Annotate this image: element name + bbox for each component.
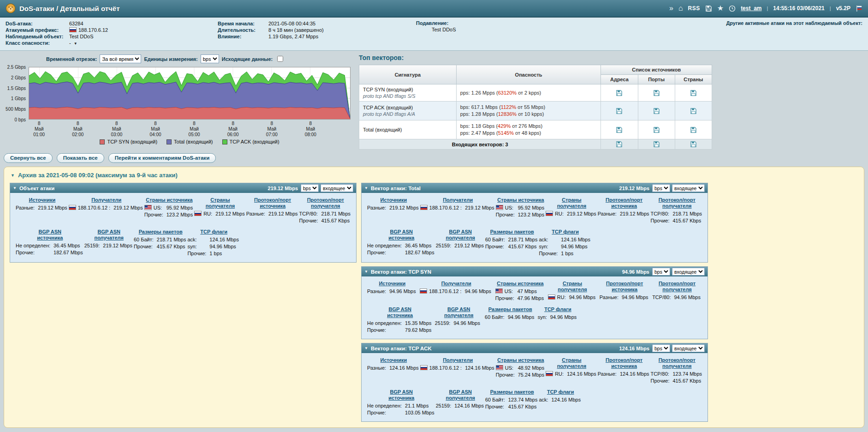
panel-header[interactable]: ▼ Вектор атаки: TCP ACK 124.16 Mbps bps …: [362, 343, 707, 353]
stat-title-link[interactable]: TCP флаги: [547, 389, 574, 395]
collapse-icon[interactable]: ▼: [364, 270, 368, 274]
stat-title-link[interactable]: Источники: [379, 281, 405, 286]
stat-title-link[interactable]: Размеры пакетов: [488, 306, 532, 312]
stat-title-link[interactable]: BGP ASN источника: [388, 229, 414, 240]
stat-title-link[interactable]: BGP ASN источника: [388, 389, 414, 401]
stat-title-link[interactable]: Протокол/порт источника: [606, 197, 642, 209]
save-countries-icon[interactable]: [690, 108, 697, 114]
home-icon[interactable]: ⌂: [678, 5, 683, 12]
stat-title-link[interactable]: Протокол/порт получателя: [659, 357, 696, 369]
stat-label: 60 Байт:: [485, 314, 505, 320]
stat-group: TCP флаги ack: 124.16 Mbps syn: 94.96 Mb…: [187, 229, 240, 257]
stat-label: Прочие:: [651, 218, 670, 223]
stat-title-link[interactable]: Страны источника: [146, 197, 192, 203]
stat-title-link[interactable]: TCP флаги: [552, 229, 579, 234]
vector-filter: proto tcp AND tflags S/S: [363, 93, 452, 99]
stat-title-link[interactable]: TCP флаги: [544, 306, 571, 312]
save-countries-icon[interactable]: [690, 141, 697, 148]
rss-link[interactable]: RSS: [688, 5, 700, 12]
double-chevron-icon[interactable]: »: [669, 5, 673, 12]
stat-title-link[interactable]: Размеры пакетов: [490, 229, 534, 234]
stat-title-link[interactable]: Протокол/порт получателя: [659, 197, 696, 209]
panel-units-select[interactable]: bps: [652, 344, 670, 352]
collapse-icon[interactable]: ▼: [13, 186, 17, 190]
units-select[interactable]: bps: [201, 54, 219, 63]
panel-direction-select[interactable]: входящее: [672, 344, 705, 352]
stat-value-row: 25159: 124.16 Mbps: [436, 402, 485, 409]
stat-value-row: Прочие: 47.96 Mbps: [495, 295, 545, 302]
stat-group: TCP флаги ack: 124.16 Mbps syn: 94.96 Mb…: [539, 229, 592, 257]
collapse-icon[interactable]: ▼: [364, 186, 368, 190]
panel-direction-select[interactable]: входящее: [672, 184, 705, 192]
stat-title-link[interactable]: TCP флаги: [200, 229, 227, 234]
save-addresses-icon[interactable]: [616, 108, 623, 114]
stat-title-link[interactable]: Источники: [380, 357, 407, 363]
save-countries-icon[interactable]: [690, 90, 697, 96]
stat-title-link[interactable]: Страны получателя: [558, 281, 587, 292]
stat-value-row: 60 Байт: 94.96 Mbps: [485, 314, 535, 321]
goto-comments-button[interactable]: Перейти к комментариям DoS-атаки: [108, 153, 216, 163]
stat-value: 123.74 Mbps: [671, 371, 703, 378]
save-countries-icon[interactable]: [690, 126, 697, 133]
country-flag-icon: [546, 211, 553, 216]
stat-title-link[interactable]: Размеры пакетов: [490, 389, 534, 395]
panel-peak-value: 94.96 Mbps: [622, 269, 649, 275]
vectors-title: Топ векторов:: [359, 54, 712, 61]
stat-title-link[interactable]: Протокол/порт источника: [606, 281, 643, 292]
save-addresses-icon[interactable]: [616, 141, 623, 148]
save-ports-icon[interactable]: [653, 141, 660, 148]
user-link[interactable]: test_am: [741, 5, 761, 12]
panel-units-select[interactable]: bps: [652, 268, 670, 276]
stat-title-link[interactable]: Страны источника: [497, 357, 544, 363]
stat-title-link[interactable]: Страны источника: [497, 197, 544, 203]
panel-header[interactable]: ▼ Вектор атаки: Total 219.12 Mbps bps вх…: [362, 183, 707, 193]
stat-title-link[interactable]: BGP ASN получателя: [446, 389, 475, 401]
save-addresses-icon[interactable]: [616, 126, 623, 133]
stat-title-link[interactable]: Получатели: [443, 357, 473, 363]
stat-title-link[interactable]: Страны получателя: [557, 197, 586, 209]
stat-label: Прочие:: [539, 251, 558, 256]
stat-title-link[interactable]: BGP ASN получателя: [444, 306, 473, 318]
panel-units-select[interactable]: bps: [301, 184, 319, 192]
other-attacks-label: Другие активные атаки на этот наблюдаемы…: [726, 20, 862, 47]
stat-title-link[interactable]: Страны получателя: [206, 197, 235, 209]
save-ports-icon[interactable]: [653, 108, 660, 114]
save-addresses-icon[interactable]: [616, 90, 623, 96]
stat-title-link[interactable]: Протокол/порт получателя: [307, 197, 344, 209]
collapse-icon[interactable]: ▼: [364, 346, 368, 350]
collapse-icon[interactable]: ▼: [11, 173, 15, 178]
panel-units-select[interactable]: bps: [652, 184, 670, 192]
show-all-button[interactable]: Показать все: [57, 153, 104, 163]
language-flag-icon[interactable]: [856, 5, 862, 12]
panel-direction-select[interactable]: входящее: [672, 268, 705, 276]
stat-title-link[interactable]: Получатели: [91, 197, 121, 203]
stat-title-link[interactable]: Получатели: [443, 197, 473, 203]
dropdown-caret-icon[interactable]: ▼: [74, 42, 77, 46]
stat-title-link[interactable]: BGP ASN получателя: [95, 229, 124, 240]
stat-title-link[interactable]: Протокол/порт источника: [254, 197, 291, 209]
stat-title-link[interactable]: Протокол/порт получателя: [659, 281, 696, 292]
save-ports-icon[interactable]: [653, 126, 660, 133]
stat-title-link[interactable]: Страны получателя: [557, 357, 586, 369]
panel-header[interactable]: ▼ Вектор атаки: TCP SYN 94.96 Mbps bps в…: [362, 267, 707, 276]
stat-title-link[interactable]: BGP ASN источника: [387, 306, 413, 318]
stat-title-link[interactable]: Размеры пакетов: [139, 229, 183, 234]
stat-title-link[interactable]: Источники: [29, 197, 56, 203]
stat-title-link[interactable]: BGP ASN источника: [37, 229, 63, 240]
panel-header[interactable]: ▼ Объект атаки 219.12 Mbps bps входящее: [10, 183, 356, 193]
stat-title-link[interactable]: Получатели: [441, 281, 471, 286]
star-icon[interactable]: ★: [717, 5, 724, 12]
period-select[interactable]: За всё время: [100, 54, 141, 63]
save-icon[interactable]: [705, 5, 712, 12]
stat-group: Страны получателя RU: 219.12 Mbps: [194, 197, 246, 224]
stat-value: 94.96 Mbps: [620, 294, 649, 301]
stat-label: Прочие:: [496, 372, 515, 378]
outgoing-checkbox[interactable]: [277, 56, 283, 62]
collapse-all-button[interactable]: Свернуть все: [4, 153, 53, 163]
panel-direction-select[interactable]: входящее: [321, 184, 353, 192]
save-ports-icon[interactable]: [653, 90, 660, 96]
stat-title-link[interactable]: Источники: [380, 197, 407, 203]
stat-title-link[interactable]: Протокол/порт источника: [606, 357, 642, 369]
stat-title-link[interactable]: Страны источника: [497, 281, 543, 286]
stat-title-link[interactable]: BGP ASN получателя: [446, 229, 475, 240]
